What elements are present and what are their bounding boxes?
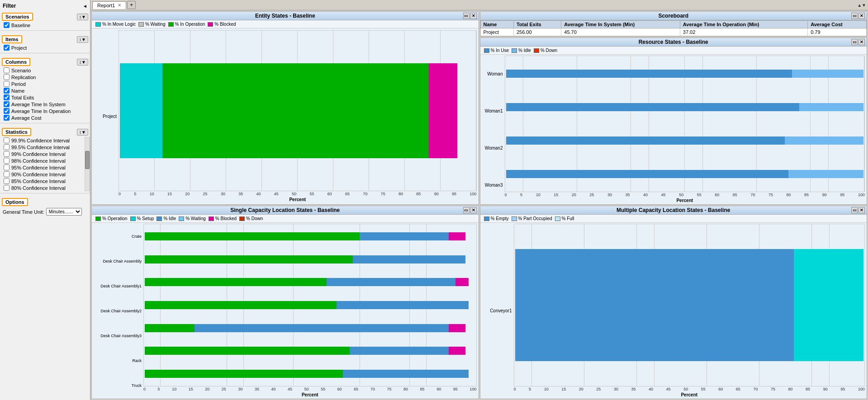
multiple-capacity-close-button[interactable]: ✕: [859, 207, 865, 213]
col-avg-time-system: Average Time In System: [0, 101, 90, 108]
col-total-exits-label: Total Exits: [11, 95, 34, 100]
sc-bar-desk-chair2: [145, 301, 475, 309]
statistics-sort-button[interactable]: ↕▼: [77, 129, 88, 136]
stat-999ci-label: 99.9% Confidence Interval: [11, 138, 70, 143]
tab-add-button[interactable]: +: [127, 1, 136, 9]
legend-label-in-use: % In Use: [491, 48, 509, 53]
single-capacity-close-button[interactable]: ✕: [470, 207, 477, 213]
col-name-checkbox[interactable]: [4, 88, 9, 94]
stat-999ci-checkbox[interactable]: [4, 137, 9, 143]
sc-legend-color-setup: [130, 216, 136, 221]
multiple-capacity-title: Multiple Capacity Location States - Base…: [482, 207, 865, 213]
items-checkbox-project[interactable]: [4, 45, 9, 51]
resource-states-titlebar: Resource States - Baseline ▭ ✕: [480, 38, 867, 47]
legend-label-in-move-logic: % In Move Logic: [102, 22, 136, 27]
col-avg-time-op-checkbox[interactable]: [4, 108, 9, 114]
multiple-capacity-minimize-button[interactable]: ▭: [851, 207, 858, 213]
scenarios-checkbox-baseline[interactable]: [4, 22, 9, 28]
legend-in-move-logic: % In Move Logic: [95, 22, 136, 27]
col-period-label: Period: [11, 81, 26, 87]
entity-states-minimize-button[interactable]: ▭: [463, 13, 470, 19]
stat-85ci-checkbox[interactable]: [4, 178, 9, 184]
sidebar-collapse-button[interactable]: ◄: [83, 4, 87, 9]
col-period-checkbox[interactable]: [4, 81, 9, 87]
legend-label-waiting: % Waiting: [145, 22, 166, 27]
mc-legend-label-full: % Full: [562, 216, 574, 221]
items-sort-button[interactable]: ↕▼: [77, 36, 88, 43]
stat-999ci: 99.9% Confidence Interval: [0, 137, 85, 144]
mc-legend-label-empty: % Empty: [491, 216, 509, 221]
stat-95ci: 95% Confidence Interval: [0, 164, 85, 171]
sc-y-truck: Truck: [94, 383, 142, 388]
col-avg-time-system-checkbox[interactable]: [4, 101, 9, 107]
resource-y-woman3: Woman3: [482, 183, 503, 188]
items-badge[interactable]: Items: [2, 35, 22, 43]
statistics-scrollbar-thumb[interactable]: [85, 151, 90, 169]
multiple-capacity-window-buttons: ▭ ✕: [851, 207, 865, 213]
col-period: Period: [0, 80, 90, 87]
entity-states-body: Project 0 5 10 15: [92, 28, 479, 204]
stat-98ci-checkbox[interactable]: [4, 158, 9, 164]
scoreboard-row-project: Project 256.00 45.70 37.02 0.79: [480, 28, 867, 36]
col-scenario-checkbox[interactable]: [4, 67, 9, 73]
col-avg-cost-checkbox[interactable]: [4, 115, 9, 121]
resource-y-woman: Woman: [482, 71, 503, 76]
time-unit-select[interactable]: Minutes....... Hours Seconds: [46, 208, 82, 216]
entity-segment-operation: [162, 63, 429, 158]
resource-x-axis: 0510152025303540455055606570758085909510…: [505, 192, 865, 198]
stat-90ci-checkbox[interactable]: [4, 171, 9, 177]
sc-desk3-op: [145, 324, 194, 332]
scenarios-badge[interactable]: Scenarios: [2, 13, 33, 21]
entity-segment-move-logic: [120, 63, 162, 158]
single-capacity-minimize-button[interactable]: ▭: [463, 207, 470, 213]
sc-y-desk-chair: Desk Chair Assembly: [94, 259, 142, 264]
single-capacity-body: Crate Desk Chair Assembly Desk Chair Ass…: [92, 223, 479, 399]
items-item-project: Project: [0, 44, 90, 51]
legend-label-down: % Down: [541, 48, 557, 53]
sc-desk1-idle: [327, 278, 455, 286]
options-badge[interactable]: Options: [2, 198, 28, 206]
col-avg-time-op-label: Average Time In Operation: [11, 108, 71, 114]
sc-y-desk-chair3: Desk Chair Assembly3: [94, 334, 142, 338]
sc-x-axis: 0510152025303540455055606570758085909510…: [143, 386, 477, 392]
sc-legend-color-operation: [95, 216, 101, 221]
legend-color-waiting: [138, 22, 144, 27]
items-section-header: Items ↕▼: [2, 35, 88, 43]
resource-states-window-buttons: ▭ ✕: [851, 39, 865, 45]
stat-995ci-checkbox[interactable]: [4, 144, 9, 150]
resource-states-close-button[interactable]: ✕: [859, 39, 865, 45]
stat-80ci-checkbox[interactable]: [4, 185, 9, 191]
sc-crate-op: [145, 232, 360, 240]
scoreboard-cell-avg-system: 45.70: [561, 28, 680, 36]
col-replication-checkbox[interactable]: [4, 74, 9, 80]
sc-legend-setup: % Setup: [130, 216, 154, 221]
scoreboard-title: Scoreboard: [482, 13, 865, 19]
scenarios-sort-button[interactable]: ↕▼: [77, 14, 88, 20]
resource-segment-woman2-inuse: [506, 136, 785, 145]
sc-legend-color-idle: [157, 216, 162, 221]
resource-states-legend: % In Use % Idle % Down: [480, 47, 867, 55]
mc-legend-empty: % Empty: [484, 216, 509, 221]
columns-sort-button[interactable]: ↕▼: [77, 59, 88, 66]
entity-y-label-project: Project: [94, 114, 117, 119]
mc-legend-label-part-occupied: % Part Occupied: [518, 216, 552, 221]
statistics-badge[interactable]: Statistics: [2, 128, 31, 136]
scoreboard-minimize-button[interactable]: ▭: [851, 13, 858, 19]
resource-segment-woman-idle: [792, 70, 863, 78]
col-name: Name: [0, 87, 90, 94]
stat-99ci-checkbox[interactable]: [4, 151, 9, 157]
tab-report1-close[interactable]: ✕: [118, 3, 121, 8]
resource-states-minimize-button[interactable]: ▭: [851, 39, 858, 45]
columns-badge[interactable]: Columns: [2, 58, 30, 66]
scoreboard-window-buttons: ▭ ✕: [851, 13, 865, 19]
entity-states-close-button[interactable]: ✕: [470, 13, 477, 19]
scoreboard-cell-exits: 256.00: [513, 28, 561, 36]
stat-95ci-checkbox[interactable]: [4, 165, 9, 170]
statistics-scrollbar[interactable]: [85, 137, 90, 191]
sc-legend-label-blocked: % Blocked: [215, 216, 237, 221]
options-section-header: Options: [2, 198, 88, 206]
col-total-exits-checkbox[interactable]: [4, 94, 9, 100]
tab-report1[interactable]: Report1 ✕: [92, 1, 126, 9]
resource-bars: [505, 56, 865, 192]
scoreboard-close-button[interactable]: ✕: [859, 13, 865, 19]
